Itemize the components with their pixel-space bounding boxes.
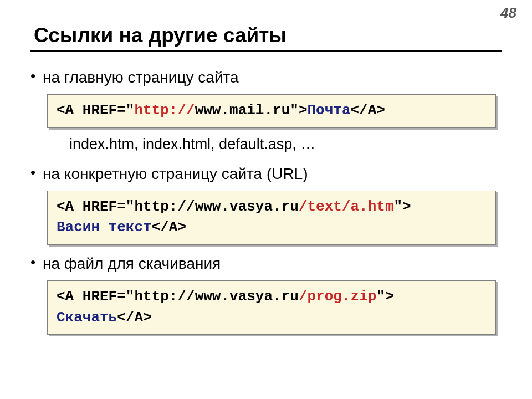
code-path: /text/a.htm xyxy=(299,198,394,215)
subtext-index-files: index.htm, index.html, default.asp, … xyxy=(69,136,502,153)
slide-title: Ссылки на другие сайты xyxy=(30,24,502,52)
code-text: </A> xyxy=(351,102,385,119)
code-text: "> xyxy=(376,288,393,305)
page-number: 48 xyxy=(500,4,516,22)
code-linktext: Васин текст xyxy=(57,219,152,236)
code-text: </A> xyxy=(117,309,151,326)
code-text: <A HREF=" xyxy=(57,102,134,119)
code-text: <A HREF="http://www.vasya.ru xyxy=(57,288,299,305)
code-text: <A HREF="http://www.vasya.ru xyxy=(57,198,299,215)
bullet-specific-page: на конкретную страницу сайта (URL) xyxy=(30,165,502,183)
code-protocol: http:// xyxy=(134,102,195,119)
code-text: </A> xyxy=(152,219,186,236)
code-text: "> xyxy=(394,198,411,215)
bullet-main-page: на главную страницу сайта xyxy=(30,69,502,86)
code-linktext: Почта xyxy=(308,102,351,119)
code-path: /prog.zip xyxy=(299,288,376,305)
code-example-1: <A HREF="http://www.mail.ru">Почта</A> xyxy=(47,94,496,128)
code-text: www.mail.ru"> xyxy=(195,102,308,119)
code-example-3: <A HREF="http://www.vasya.ru/prog.zip"> … xyxy=(47,280,496,335)
slide: 48 Ссылки на другие сайты на главную стр… xyxy=(0,0,532,399)
bullet-download-file: на файл для скачивания xyxy=(30,255,502,273)
code-example-2: <A HREF="http://www.vasya.ru/text/a.htm"… xyxy=(47,191,496,245)
code-linktext: Скачать xyxy=(57,309,117,326)
